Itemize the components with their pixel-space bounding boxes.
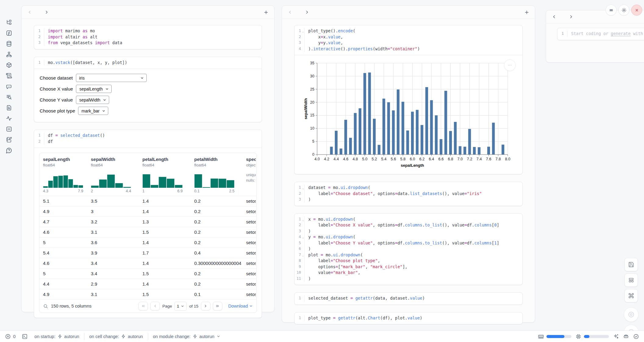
table-cell: 4.6 — [39, 230, 87, 235]
run-mode-2[interactable]: on cell change:autorun — [89, 334, 143, 339]
dropdown-iris[interactable]: iris — [76, 74, 147, 82]
code-editor[interactable]: 1plot_type = getattr(alt.Chart(df), plot… — [295, 312, 522, 324]
column-histogram — [43, 171, 83, 188]
table-row: 5.43.91.70.4setosa — [39, 248, 256, 258]
first-page-button[interactable] — [138, 302, 148, 310]
save-button[interactable] — [624, 258, 638, 271]
code-cell-plot-type: 1plot_type = getattr(alt.Chart(df), plot… — [294, 312, 523, 325]
table-cell: 1.5 — [139, 292, 191, 297]
code-editor[interactable]: 1selected_dataset = getattr(data, datase… — [295, 293, 522, 305]
run-mode-3[interactable]: on module change:autorun — [153, 334, 221, 339]
sidebar-package-box-icon[interactable] — [4, 60, 13, 69]
middle-panel-body: 1plot_type().encode(2 x=x.value,3 y=y.va… — [282, 19, 535, 324]
dropdown-sepalWidth[interactable]: sepalWidth — [76, 96, 109, 104]
column-header-species[interactable]: speciesobjectunique:nulls: — [242, 153, 256, 196]
chevron-right-icon[interactable] — [44, 10, 49, 15]
sidebar-log-search-icon[interactable] — [4, 92, 13, 102]
column-header-sepalLength[interactable]: sepalLengthfloat644.37.9 — [39, 153, 87, 196]
errors-indicator[interactable]: 0 — [5, 333, 16, 340]
add-cell-button[interactable] — [524, 10, 529, 15]
add-cell-button[interactable] — [263, 10, 269, 15]
chevron-left-icon[interactable] — [552, 14, 556, 19]
code-cell-imports: 1import marimo as mo2import altair as al… — [34, 25, 262, 49]
sidebar-activity-pulse-icon[interactable] — [4, 114, 13, 123]
code-cell-dataframe: 1df = selected_dataset()2df sepalLengthf… — [34, 130, 262, 318]
terminal-icon[interactable] — [22, 333, 28, 340]
table-cell: 0.2 — [191, 281, 242, 287]
sidebar-file-tree-icon[interactable] — [4, 18, 13, 27]
command-button[interactable] — [624, 289, 638, 302]
search-icon[interactable] — [43, 304, 48, 309]
table-cell: 2.9 — [87, 281, 139, 287]
copilot-icon[interactable] — [623, 333, 629, 340]
settings-button[interactable] — [618, 5, 629, 16]
code-editor-placeholder[interactable]: 1Start coding or generate with AI — [557, 28, 644, 40]
run-mode-1[interactable]: on startup:autorun — [34, 334, 79, 339]
column-header-sepalWidth[interactable]: sepalWidthfloat6424.4 — [87, 153, 139, 196]
table-cell: 1.4 — [139, 240, 191, 245]
code-editor[interactable]: 1import marimo as mo2import altair as al… — [34, 25, 262, 49]
sidebar-chat-bot-icon[interactable] — [4, 82, 13, 91]
sidebar-notepad-pencil-icon[interactable] — [4, 135, 13, 144]
dropdown-sepalLength[interactable]: sepalLength — [76, 85, 111, 93]
control-row: Choose Y valuesepalWidth — [40, 96, 256, 104]
table-cell: 0.4 — [191, 250, 242, 255]
left-panel-header — [22, 6, 274, 19]
table-row: 53.41.50.2setosa — [39, 268, 256, 279]
dropdown-mark_bar[interactable]: mark_bar — [78, 107, 108, 115]
table-cell: 0.2 — [191, 219, 242, 224]
notebook-column-right: 1Start coding or generate with AI — [546, 10, 644, 62]
middle-panel-header — [282, 6, 535, 19]
zap-icon — [121, 334, 126, 339]
table-cell: 5.4 — [39, 250, 87, 255]
code-line: 3from vega_datasets import data — [34, 40, 262, 46]
code-line: 5 label="Choose Y value", options=df.col… — [295, 240, 522, 246]
status-bar: 0 on startup:autorunon cell change:autor… — [0, 330, 644, 342]
check-circle-icon[interactable] — [633, 333, 639, 340]
svg-text:sepalWidth: sepalWidth — [303, 98, 308, 119]
code-line: 1df = selected_dataset() — [34, 133, 262, 139]
sidebar-dependency-graph-icon[interactable] — [4, 50, 13, 59]
close-button[interactable] — [631, 5, 642, 16]
sidebar-code-snippets-icon[interactable] — [4, 124, 13, 134]
sidebar-database-icon[interactable] — [4, 39, 13, 48]
stop-circle-button[interactable] — [624, 307, 639, 322]
page-select[interactable]: 1 — [174, 302, 187, 311]
download-button[interactable]: Download — [228, 304, 253, 308]
sidebar-help-question-icon[interactable] — [4, 146, 13, 155]
last-page-button[interactable] — [213, 302, 222, 310]
code-editor[interactable]: 1mo.vstack([dataset, x, y, plot]) — [34, 57, 262, 69]
sidebar-document-icon[interactable] — [4, 103, 13, 112]
empty-code-cell: 1Start coding or generate with AI — [557, 28, 644, 40]
code-line: 2import altair as alt — [34, 34, 262, 40]
chevron-right-icon[interactable] — [305, 10, 309, 15]
column-header-petalWidth[interactable]: petalWidthfloat640.12.5 — [191, 153, 242, 196]
chevron-right-icon[interactable] — [569, 14, 574, 19]
code-editor[interactable]: 1plot_type().encode(2 x=x.value,3 y=y.va… — [295, 25, 522, 55]
chevron-left-icon[interactable] — [288, 10, 292, 15]
sidebar-function-square-icon[interactable] — [4, 28, 13, 37]
code-line: 2df — [34, 139, 262, 145]
sparkles-icon[interactable] — [613, 333, 619, 340]
prev-page-button[interactable] — [150, 302, 160, 310]
altair-bar-chart[interactable]: 4.04.24.44.64.85.05.25.45.65.86.06.26.46… — [303, 60, 522, 172]
menu-button[interactable] — [606, 5, 617, 16]
code-line: 1import marimo as mo — [34, 28, 262, 34]
chevron-left-icon[interactable] — [27, 10, 32, 15]
svg-text:5.2: 5.2 — [372, 157, 377, 161]
code-line: 2 x=x.value, — [295, 34, 522, 40]
svg-text:15: 15 — [310, 113, 314, 117]
table-cell: 3.1 — [87, 230, 139, 235]
code-line: 1plot_type = getattr(alt.Chart(df), plot… — [295, 315, 522, 321]
column-header-petalLength[interactable]: petalLengthfloat6416.9 — [139, 153, 191, 196]
code-editor[interactable]: 1x = mo.ui.dropdown(2 label="Choose X va… — [295, 214, 522, 285]
svg-text:6.4: 6.4 — [429, 157, 434, 161]
code-editor[interactable]: 1df = selected_dataset()2df — [34, 130, 262, 148]
layout-grid-button[interactable] — [624, 273, 638, 287]
next-page-button[interactable] — [201, 302, 210, 310]
control-label: Choose plot type — [40, 108, 75, 114]
sidebar-changelog-scroll-icon[interactable] — [4, 71, 13, 80]
chart-menu-button[interactable] — [504, 59, 516, 71]
code-editor[interactable]: 1dataset = mo.ui.dropdown(2 label="Choos… — [295, 182, 522, 206]
svg-text:7.2: 7.2 — [467, 157, 472, 161]
